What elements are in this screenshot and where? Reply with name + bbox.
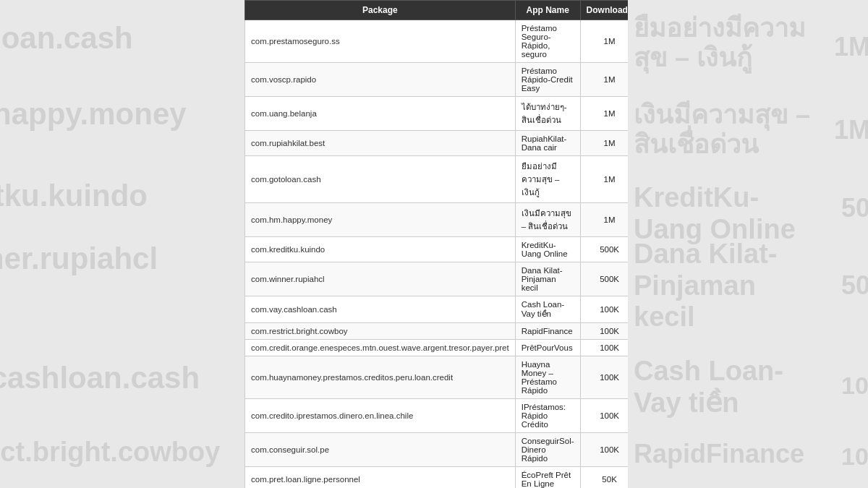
appname-cell: PrêtPourVous bbox=[515, 340, 580, 356]
col-header-appname: App Name bbox=[515, 1, 580, 20]
package-cell: com.gotoloan.cash bbox=[245, 156, 516, 203]
appname-cell: RupiahKilat-Dana cair bbox=[515, 131, 580, 156]
appname-cell: ยืมอย่างมีความสุข – เงินกู้ bbox=[515, 156, 580, 203]
table-row: com.hm.happy.moneyเงินมีความสุข – สินเชื… bbox=[245, 203, 629, 237]
package-cell: com.rupiahkilat.best bbox=[245, 131, 516, 156]
right-watermarks-panel: ยืมอย่างมีความสุข – เงินกู้ 1M เงินมีควา… bbox=[628, 0, 868, 488]
table-row: com.winner.rupiahclDana Kilat-Pinjaman k… bbox=[245, 262, 629, 296]
wm-right-500k-2: 50 bbox=[841, 271, 868, 300]
table-header-row: Package App Name Downloads bbox=[245, 1, 629, 20]
appname-cell: ได้บาทง่ายๆ-สินเชื่อด่วน bbox=[515, 97, 580, 131]
table-row: com.pret.loan.ligne.personnelÉcoPreft Pr… bbox=[245, 467, 629, 489]
downloads-cell: 100K bbox=[580, 296, 628, 323]
table-row: com.prestamoseguro.ssPréstamo Seguro-Ráp… bbox=[245, 20, 629, 63]
table-row: com.gotoloan.cashยืมอย่างมีความสุข – เงิ… bbox=[245, 156, 629, 203]
wm-right-2: เงินมีความสุข –สินเชื่อด่วน bbox=[634, 100, 810, 160]
downloads-cell: 500K bbox=[580, 237, 628, 262]
table-row: com.conseguir.sol.peConseguirSol-Dinero … bbox=[245, 433, 629, 467]
downloads-cell: 1M bbox=[580, 156, 628, 203]
package-cell: com.restrict.bright.cowboy bbox=[245, 323, 516, 340]
downloads-cell: 100K bbox=[580, 433, 628, 467]
table-row: com.credito.iprestamos.dinero.en.linea.c… bbox=[245, 399, 629, 433]
table-row: com.huaynamoney.prestamos.creditos.peru.… bbox=[245, 356, 629, 399]
table-row: com.kreditku.kuindoKreditKu-Uang Online5… bbox=[245, 237, 629, 262]
package-cell: com.voscp.rapido bbox=[245, 63, 516, 97]
table-row: com.uang.belanjaได้บาทง่ายๆ-สินเชื่อด่วน… bbox=[245, 97, 629, 131]
downloads-cell: 100K bbox=[580, 323, 628, 340]
downloads-cell: 100K bbox=[580, 340, 628, 356]
downloads-cell: 100K bbox=[580, 356, 628, 399]
downloads-cell: 500K bbox=[580, 262, 628, 296]
appname-cell: เงินมีความสุข – สินเชื่อด่วน bbox=[515, 203, 580, 237]
wm-right-1m-2: 1M bbox=[834, 116, 868, 145]
wm-happymoney: happy.money bbox=[0, 98, 187, 131]
appname-cell: RapidFinance bbox=[515, 323, 580, 340]
appname-cell: Cash Loan-Vay tiền bbox=[515, 296, 580, 323]
wm-right-4: Dana Kilat-Pinjamankecil bbox=[634, 239, 777, 333]
downloads-cell: 1M bbox=[580, 131, 628, 156]
package-cell: com.pret.loan.ligne.personnel bbox=[245, 467, 516, 489]
appname-cell: IPréstamos: Rápido Crédito bbox=[515, 399, 580, 433]
downloads-cell: 100K bbox=[580, 399, 628, 433]
wm-right-1: ยืมอย่างมีความสุข – เงินกู้ bbox=[634, 13, 806, 73]
package-cell: com.huaynamoney.prestamos.creditos.peru.… bbox=[245, 356, 516, 399]
table-row: com.voscp.rapidoPréstamo Rápido-Credit E… bbox=[245, 63, 629, 97]
table-row: com.credit.orange.enespeces.mtn.ouest.wa… bbox=[245, 340, 629, 356]
appname-cell: ConseguirSol-Dinero Rápido bbox=[515, 433, 580, 467]
wm-loancash: loan.cash bbox=[0, 22, 133, 55]
package-cell: com.vay.cashloan.cash bbox=[245, 296, 516, 323]
wm-right-3: KreditKu-Uang Online bbox=[634, 182, 796, 245]
col-header-downloads: Downloads bbox=[580, 1, 628, 20]
table-row: com.vay.cashloan.cashCash Loan-Vay tiền1… bbox=[245, 296, 629, 323]
appname-cell: Huayna Money – Préstamo Rápido bbox=[515, 356, 580, 399]
wm-right-500k-1: 50 bbox=[841, 194, 868, 223]
downloads-cell: 1M bbox=[580, 20, 628, 63]
wm-right-100k-1: 10 bbox=[841, 372, 868, 399]
table-row: com.rupiahkilat.bestRupiahKilat-Dana cai… bbox=[245, 131, 629, 156]
package-cell: com.prestamoseguro.ss bbox=[245, 20, 516, 63]
appname-cell: KreditKu-Uang Online bbox=[515, 237, 580, 262]
downloads-cell: 1M bbox=[580, 63, 628, 97]
appname-cell: ÉcoPreft Prêt En Ligne bbox=[515, 467, 580, 489]
wm-right-6: RapidFinance bbox=[634, 440, 804, 468]
downloads-cell: 1M bbox=[580, 97, 628, 131]
appname-cell: Préstamo Rápido-Credit Easy bbox=[515, 63, 580, 97]
table-row: com.restrict.bright.cowboyRapidFinance10… bbox=[245, 323, 629, 340]
data-table: Package App Name Downloads com.prestamos… bbox=[244, 0, 628, 488]
downloads-cell: 1M bbox=[580, 203, 628, 237]
downloads-cell: 50K bbox=[580, 467, 628, 489]
wm-cowboy: rict.bright.cowboy bbox=[0, 437, 220, 468]
wm-cashloan: .cashloan.cash bbox=[0, 361, 200, 395]
appname-cell: Dana Kilat-Pinjaman kecil bbox=[515, 262, 580, 296]
package-cell: com.winner.rupiahcl bbox=[245, 262, 516, 296]
appname-cell: Préstamo Seguro-Rápido, seguro bbox=[515, 20, 580, 63]
wm-rupiahcl: ner.rupiahcl bbox=[0, 242, 158, 275]
col-header-package: Package bbox=[245, 1, 516, 20]
package-cell: com.credit.orange.enespeces.mtn.ouest.wa… bbox=[245, 340, 516, 356]
package-cell: com.hm.happy.money bbox=[245, 203, 516, 237]
package-cell: com.credito.iprestamos.dinero.en.linea.c… bbox=[245, 399, 516, 433]
wm-right-1m-1: 1M bbox=[834, 33, 868, 61]
main-table-container: Package App Name Downloads com.prestamos… bbox=[244, 0, 628, 488]
wm-right-100k-2: 10 bbox=[841, 443, 868, 470]
package-cell: com.uang.belanja bbox=[245, 97, 516, 131]
wm-right-5: Cash Loan-Vay tiền bbox=[634, 356, 783, 419]
package-cell: com.conseguir.sol.pe bbox=[245, 433, 516, 467]
package-cell: com.kreditku.kuindo bbox=[245, 237, 516, 262]
wm-kreditku: itku.kuindo bbox=[0, 179, 148, 213]
